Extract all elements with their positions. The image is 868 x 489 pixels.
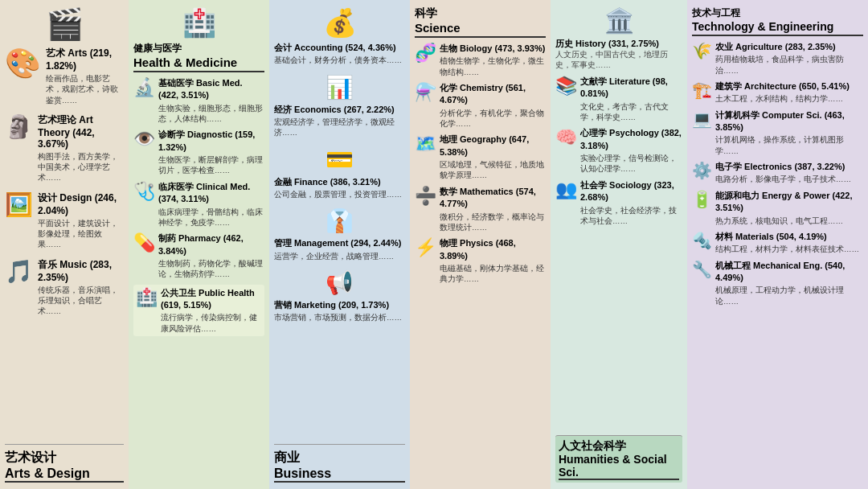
agriculture-title: 农业 Agriculture (283, 2.35%) bbox=[715, 41, 863, 53]
economics-title: 经济 Economics (267, 2.22%) bbox=[274, 104, 405, 116]
electronics-title: 电子学 Electronics (387, 3.22%) bbox=[715, 161, 863, 173]
chemistry-desc: 分析化学，有机化学，聚合物化学…… bbox=[440, 108, 546, 129]
math-title: 数学 Mathematics (574, 4.77%) bbox=[440, 186, 546, 211]
business-finance: 金融 Finance (386, 3.21%) 公司金融，股票管理，投资管理…… bbox=[274, 176, 405, 200]
biology-title: 生物 Biology (473, 3.93%) bbox=[440, 43, 546, 55]
tech-agriculture: 🌾 农业 Agriculture (283, 2.35%) 药用植物栽培，食品科… bbox=[692, 41, 863, 76]
business-zh: 商业 bbox=[274, 450, 405, 466]
materials-title: 材料 Materials (504, 4.19%) bbox=[715, 231, 863, 243]
tech-energy: 🔋 能源和电力 Energy & Power (422, 3.51%) 热力系统… bbox=[692, 190, 863, 226]
arts-column: 🎬 🎨 艺术 Arts (219, 1.82%) 绘画作品，电影艺术，戏剧艺术，… bbox=[0, 0, 129, 489]
arts-section-music: 🎵 音乐 Music (283, 2.35%) 传统乐器，音乐演唱，乐理知识，合… bbox=[5, 258, 124, 317]
geography-desc: 区域地理，气候特征，地质地貌学原理…… bbox=[440, 159, 546, 181]
energy-title: 能源和电力 Energy & Power (422, 3.51%) bbox=[715, 190, 863, 215]
public-health-icon: 🏥 bbox=[136, 287, 158, 308]
tech-electronics: ⚙️ 电子学 Electronics (387, 3.22%) 电路分析，影像电… bbox=[692, 161, 863, 185]
arts-desc: 绘画作品，电影艺术，戏剧艺术，诗歌鉴赏…… bbox=[46, 73, 124, 105]
business-economics: 经济 Economics (267, 2.22%) 宏观经济学，管理经济学，微观… bbox=[274, 104, 405, 138]
chemistry-title: 化学 Chemistry (561, 4.67%) bbox=[440, 82, 546, 107]
marketing-title: 营销 Marketing (209, 1.73%) bbox=[274, 299, 405, 311]
mechanical-desc: 机械原理，工程动力学，机械设计理论…… bbox=[715, 285, 863, 306]
tech-mechanical-eng: 🔧 机械工程 Mechanical Eng. (540, 4.49%) 机械原理… bbox=[692, 260, 863, 306]
tech-column: 技术与工程 Technology & Engineering 🌾 农业 Agri… bbox=[687, 0, 868, 489]
architecture-title: 建筑学 Architecture (650, 5.41%) bbox=[715, 80, 863, 92]
tech-computer-sci: 💻 计算机科学 Computer Sci. (463, 3.85%) 计算机网络… bbox=[692, 109, 863, 156]
basic-med-title: 基础医学 Basic Med. (422, 3.51%) bbox=[158, 77, 264, 102]
public-health-desc: 流行病学，传染病控制，健康风险评估…… bbox=[161, 312, 262, 334]
marketing-desc: 市场营销，市场预测，数据分析…… bbox=[274, 312, 405, 323]
pharmacy-title: 制药 Pharmacy (462, 3.84%) bbox=[158, 232, 264, 257]
arts-top-icon: 🎬 bbox=[46, 7, 84, 41]
clinical-desc: 临床病理学，骨骼结构，临床神经学，免疫学…… bbox=[158, 207, 264, 228]
clinical-title: 临床医学 Clinical Med. (374, 3.11%) bbox=[158, 181, 264, 206]
history-sociology: 👥 社会学 Sociology (323, 2.68%) 社会学史，社会经济学，… bbox=[555, 179, 682, 226]
history-psychology: 🧠 心理学 Psychology (382, 3.18%) 实验心理学，信号检测… bbox=[555, 127, 682, 174]
science-math: ➗ 数学 Mathematics (574, 4.77%) 微积分，经济数学，概… bbox=[415, 186, 546, 232]
computer-sci-title: 计算机科学 Computer Sci. (463, 3.85%) bbox=[715, 109, 863, 134]
electronics-desc: 电路分析，影像电子学，电子技术…… bbox=[715, 174, 863, 184]
history-desc: 人文历史，中国古代史，地理历史，军事史…… bbox=[555, 50, 682, 71]
math-icon: ➗ bbox=[415, 186, 436, 207]
humanities-zh: 人文社会科学 bbox=[559, 438, 679, 453]
sociology-icon: 👥 bbox=[555, 179, 577, 200]
math-desc: 微积分，经济数学，概率论与数理统计…… bbox=[440, 212, 546, 233]
sociology-desc: 社会学史，社会经济学，技术与社会…… bbox=[580, 205, 682, 227]
marketing-icon: 📢 bbox=[326, 270, 354, 295]
literature-title: 文献学 Literature (98, 0.81%) bbox=[580, 76, 682, 101]
mechanical-title: 机械工程 Mechanical Eng. (540, 4.49%) bbox=[715, 260, 863, 285]
agriculture-icon: 🌾 bbox=[692, 41, 712, 60]
electronics-icon: ⚙️ bbox=[692, 161, 712, 180]
biology-desc: 植物生物学，生物化学，微生物结构…… bbox=[440, 55, 546, 77]
science-title-en: Science bbox=[415, 21, 546, 38]
agriculture-desc: 药用植物栽培，食品科学，病虫害防治…… bbox=[715, 54, 863, 76]
history-literature: 📚 文献学 Literature (98, 0.81%) 文化史，考古学，古代文… bbox=[555, 76, 682, 122]
business-column: 💰 会计 Accounting (524, 4.36%) 基础会计，财务分析，债… bbox=[269, 0, 410, 489]
tech-architecture: 🏗️ 建筑学 Architecture (650, 5.41%) 土木工程，水利… bbox=[692, 80, 863, 105]
science-title-zh: 科学 bbox=[415, 6, 546, 21]
arts-section-arts: 🎨 艺术 Arts (219, 1.82%) 绘画作品，电影艺术，戏剧艺术，诗歌… bbox=[5, 47, 124, 105]
health-column: 🏥 健康与医学 Health & Medicine 🔬 基础医学 Basic M… bbox=[129, 0, 269, 489]
finance-desc: 公司金融，股票管理，投资管理…… bbox=[274, 189, 405, 199]
design-desc: 平面设计，建筑设计，影像处理，绘图效果…… bbox=[38, 218, 124, 250]
management-title: 管理 Management (294, 2.44%) bbox=[274, 237, 405, 249]
science-chemistry: ⚗️ 化学 Chemistry (561, 4.67%) 分析化学，有机化学，聚… bbox=[415, 82, 546, 129]
architecture-icon: 🏗️ bbox=[692, 80, 712, 100]
geography-title: 地理 Geography (647, 5.38%) bbox=[440, 134, 546, 158]
public-health-title: 公共卫生 Public Health (619, 5.15%) bbox=[161, 287, 262, 312]
diagnostic-desc: 生物医学，断层解剖学，病理切片，医学检查…… bbox=[158, 154, 264, 176]
science-geography: 🗺️ 地理 Geography (647, 5.38%) 区域地理，气候特征，地… bbox=[415, 134, 546, 180]
pharmacy-icon: 💊 bbox=[133, 232, 155, 253]
economics-icon: 📊 bbox=[326, 75, 354, 100]
accounting-title: 会计 Accounting (524, 4.36%) bbox=[274, 42, 405, 54]
humanities-en: Humanities & Social Sci. bbox=[559, 453, 679, 480]
health-top-icon: 🏥 bbox=[182, 7, 216, 38]
physics-desc: 电磁基础，刚体力学基础，经典力学…… bbox=[440, 263, 546, 285]
materials-icon: 🔩 bbox=[692, 231, 712, 250]
architecture-desc: 土木工程，水利结构，结构力学…… bbox=[715, 93, 863, 104]
theory-desc: 构图手法，西方美学，中国美术，心理学艺术…… bbox=[38, 151, 124, 183]
energy-icon: 🔋 bbox=[692, 190, 712, 209]
arts-design-category: 艺术设计 Arts & Design bbox=[5, 444, 124, 483]
arts-section-theory: 🗿 艺术理论 Art Theory (442, 3.67%) 构图手法，西方美学… bbox=[5, 113, 124, 183]
science-physics: ⚡ 物理 Physics (468, 3.89%) 电磁基础，刚体力学基础，经典… bbox=[415, 237, 546, 284]
mechanical-icon: 🔧 bbox=[692, 260, 712, 279]
music-desc: 传统乐器，音乐演唱，乐理知识，合唱艺术…… bbox=[38, 285, 124, 317]
health-diagnostic: 👁️ 诊断学 Diagnostic (159, 1.32%) 生物医学，断层解剖… bbox=[133, 129, 264, 175]
science-biology: 🧬 生物 Biology (473, 3.93%) 植物生物学，生物化学，微生物… bbox=[415, 43, 546, 77]
health-basic-med: 🔬 基础医学 Basic Med. (422, 3.51%) 生物实验，细胞形态… bbox=[133, 77, 264, 124]
history-title: 历史 History (331, 2.75%) bbox=[555, 38, 682, 50]
management-desc: 运营学，企业经营，战略管理…… bbox=[274, 251, 405, 261]
theory-icon: 🗿 bbox=[5, 113, 33, 140]
arts-section-design: 🖼️ 设计 Design (246, 2.04%) 平面设计，建筑设计，影像处理… bbox=[5, 191, 124, 250]
biology-icon: 🧬 bbox=[415, 43, 436, 64]
psychology-title: 心理学 Psychology (382, 3.18%) bbox=[580, 127, 682, 152]
health-title-en: Health & Medicine bbox=[133, 55, 264, 72]
finance-icon: 💳 bbox=[326, 147, 354, 172]
economics-desc: 宏观经济学，管理经济学，微观经济…… bbox=[274, 117, 405, 138]
tech-materials: 🔩 材料 Materials (504, 4.19%) 结构工程，材料力学，材料… bbox=[692, 231, 863, 255]
psychology-icon: 🧠 bbox=[555, 127, 577, 148]
psychology-desc: 实验心理学，信号检测论，认知心理学…… bbox=[580, 153, 682, 175]
business-en: Business bbox=[274, 466, 405, 483]
health-pharmacy: 💊 制药 Pharmacy (462, 3.84%) 生物制药，药物化学，酸碱理… bbox=[133, 232, 264, 279]
materials-desc: 结构工程，材料力学，材料表征技术…… bbox=[715, 244, 863, 254]
